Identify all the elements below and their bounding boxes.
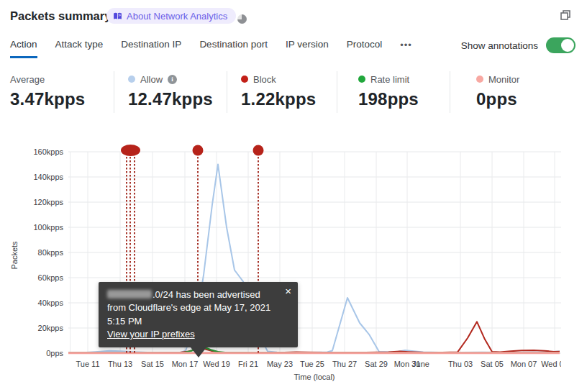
y-tick-label: 120kpps [33,198,63,206]
x-tick-label: Sat 29 [365,360,388,368]
info-icon[interactable]: i [168,75,177,84]
legend-dot-block [241,76,248,83]
x-tick-label: Sat 15 [141,360,164,368]
show-annotations-toggle[interactable] [546,37,575,53]
stat-value: 0pps [476,89,519,109]
y-tick-label: 140kpps [33,173,63,181]
x-tick-label: Thu 13 [108,360,132,368]
tooltip-caret [191,347,206,357]
x-tick-label: May 23 [267,360,293,368]
close-icon[interactable]: × [285,286,291,296]
x-tick-label: Wed 09 [541,360,561,368]
x-tick-label: Tue 25 [300,360,324,368]
stat-block: Block1.22kpps [241,73,316,109]
stat-label: Allow [140,74,163,85]
y-tick-label: 60kpps [38,273,64,282]
stat-label: Monitor [488,74,519,85]
legend-dot-monitor [476,76,483,83]
about-network-analytics-badge[interactable]: About Network Analytics [106,8,236,24]
x-tick-label: Sat 05 [481,360,504,368]
about-badge-label: About Network Analytics [127,11,227,22]
stat-divider [337,71,337,113]
annotation-marker[interactable] [253,145,264,156]
annotation-marker[interactable] [193,145,204,156]
stat-value: 198pps [358,89,419,109]
tab-attack-type[interactable]: Attack type [55,39,104,56]
y-tick-label: 20kpps [38,324,64,332]
tab-action[interactable]: Action [10,39,37,58]
y-tick-label: 100kpps [33,223,63,232]
tabs-more-button[interactable]: ••• [400,39,412,57]
x-tick-label: Fri 21 [238,360,258,368]
tab-protocol[interactable]: Protocol [347,39,383,56]
stat-value: 12.47kpps [128,89,213,109]
stat-allow: Allowi12.47kpps [128,73,213,109]
book-icon [113,12,122,21]
stat-label: Block [253,74,276,85]
y-axis-title: Packets [10,241,19,270]
stat-value: 1.22kpps [241,89,316,109]
stat-rate-limit: Rate limit198pps [358,73,419,109]
tab-destination-ip[interactable]: Destination IP [121,39,181,56]
x-tick-label: Mon 17 [172,360,199,368]
annotation-tooltip: × .0/24 has been advertised from Cloudfl… [99,282,298,347]
tab-destination-port[interactable]: Destination port [199,39,268,56]
x-tick-label: Tue 11 [76,360,99,368]
stat-divider [114,71,114,113]
x-tick-label: Thu 03 [448,360,473,368]
legend-dot-allow [128,76,135,83]
y-tick-label: 40kpps [38,298,64,307]
stat-divider [450,71,450,113]
x-axis-title: Time (local) [294,373,335,381]
show-annotations-control: Show annotations [461,37,575,53]
y-tick-label: 0pps [46,349,63,357]
x-tick-label: Thu 27 [332,360,357,368]
tab-ip-version[interactable]: IP version [286,39,329,56]
y-tick-label: 80kpps [38,248,64,257]
x-tick-label: June [412,360,429,368]
legend-dot-rate-limit [358,76,365,83]
y-tick-label: 160kpps [33,147,63,156]
progress-pie-icon[interactable] [237,14,247,24]
pop-out-window-icon[interactable] [560,9,571,21]
toggle-knob [561,39,574,52]
redacted-ip-prefix [107,290,152,298]
packets-summary-panel: Packets summary About Network Analytics … [0,0,587,392]
stat-divider [227,71,227,113]
stat-average: Average3.47kpps [10,73,85,109]
stat-value: 3.47kpps [10,89,85,109]
stat-monitor: Monitor0pps [476,73,519,109]
page-title: Packets summary [10,9,111,23]
packets-chart[interactable]: 160kpps140kpps120kpps100kpps80kpps60kpps… [7,140,561,388]
stat-label: Rate limit [370,74,409,85]
annotation-marker-cluster[interactable] [121,145,140,156]
show-annotations-label: Show annotations [461,40,538,51]
view-ip-prefixes-link[interactable]: View your IP prefixes [107,329,195,339]
dimension-tabs: ActionAttack typeDestination IPDestinati… [10,39,412,58]
stat-label: Average [10,74,45,85]
x-tick-label: Mon 07 [511,360,537,368]
x-tick-label: Wed 19 [203,360,230,368]
